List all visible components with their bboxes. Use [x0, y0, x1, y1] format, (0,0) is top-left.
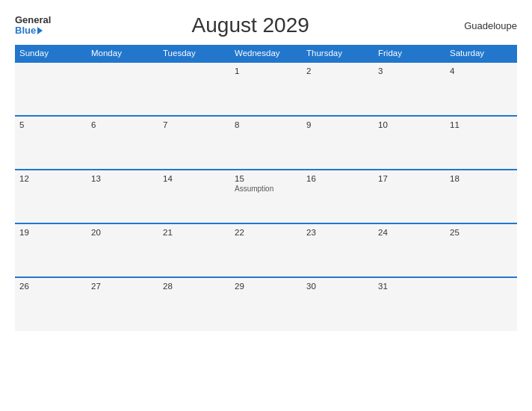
day-cell: 15Assumption [230, 170, 302, 223]
day-cell: 14 [158, 170, 230, 223]
logo-triangle-icon [37, 27, 43, 34]
day-cell: 2 [302, 62, 374, 116]
day-cell: 7 [158, 116, 230, 170]
col-friday: Friday [374, 45, 445, 62]
calendar-page: General Blue August 2029 Guadeloupe Sund… [0, 0, 532, 411]
day-cell: 9 [302, 116, 374, 170]
region-label: Guadeloupe [450, 20, 517, 31]
day-number: 24 [378, 228, 441, 237]
day-number: 4 [450, 67, 513, 75]
day-cell: 22 [230, 223, 302, 277]
col-monday: Monday [87, 45, 158, 62]
day-number: 19 [19, 228, 82, 237]
day-number: 11 [450, 120, 513, 129]
day-cell: 6 [87, 116, 158, 170]
day-number: 22 [235, 228, 297, 237]
day-cell: 19 [15, 223, 87, 277]
col-saturday: Saturday [445, 45, 517, 62]
page-title: August 2029 [51, 13, 450, 37]
day-number: 10 [378, 120, 441, 129]
day-cell: 25 [445, 223, 517, 277]
week-row-2: 567891011 [15, 116, 517, 170]
day-number: 8 [235, 120, 297, 129]
day-cell: 13 [87, 170, 158, 223]
day-number: 16 [306, 174, 369, 183]
day-cell: 18 [445, 170, 517, 223]
day-cell [87, 62, 158, 116]
day-cell: 1 [230, 62, 302, 116]
day-number: 26 [19, 282, 82, 291]
day-cell: 28 [158, 277, 230, 331]
day-cell: 20 [87, 223, 158, 277]
logo-general-text: General [15, 15, 51, 25]
day-cell: 21 [158, 223, 230, 277]
day-number: 28 [163, 282, 226, 291]
logo: General Blue [15, 15, 51, 37]
col-wednesday: Wednesday [230, 45, 302, 62]
day-cell: 3 [374, 62, 445, 116]
header: General Blue August 2029 Guadeloupe [15, 13, 517, 37]
week-row-1: 1234 [15, 62, 517, 116]
day-cell [445, 277, 517, 331]
day-number: 31 [378, 282, 441, 291]
day-cell: 4 [445, 62, 517, 116]
day-number: 14 [163, 174, 226, 183]
day-number: 23 [306, 228, 369, 237]
calendar-body: 123456789101112131415Assumption161718192… [15, 62, 517, 331]
day-number: 13 [91, 174, 154, 183]
day-cell: 12 [15, 170, 87, 223]
day-number: 20 [91, 228, 154, 237]
day-cell [158, 62, 230, 116]
day-number: 12 [19, 174, 82, 183]
calendar-header: Sunday Monday Tuesday Wednesday Thursday… [15, 45, 517, 62]
logo-blue-text: Blue [15, 25, 43, 36]
day-number: 5 [19, 120, 82, 129]
day-number: 2 [306, 67, 369, 75]
day-number: 29 [235, 282, 297, 291]
day-cell: 8 [230, 116, 302, 170]
calendar-table: Sunday Monday Tuesday Wednesday Thursday… [15, 45, 517, 331]
col-tuesday: Tuesday [158, 45, 230, 62]
week-row-4: 19202122232425 [15, 223, 517, 277]
day-number: 3 [378, 67, 441, 75]
day-number: 15 [235, 174, 297, 183]
day-cell: 11 [445, 116, 517, 170]
day-cell: 5 [15, 116, 87, 170]
week-row-3: 12131415Assumption161718 [15, 170, 517, 223]
day-number: 25 [450, 228, 513, 237]
day-cell: 26 [15, 277, 87, 331]
day-number: 30 [306, 282, 369, 291]
day-number: 9 [306, 120, 369, 129]
day-number: 27 [91, 282, 154, 291]
day-cell: 16 [302, 170, 374, 223]
day-event: Assumption [235, 185, 297, 193]
day-cell: 29 [230, 277, 302, 331]
day-cell: 31 [374, 277, 445, 331]
day-cell [15, 62, 87, 116]
day-number: 1 [235, 67, 297, 75]
day-cell: 24 [374, 223, 445, 277]
day-number: 18 [450, 174, 513, 183]
day-cell: 23 [302, 223, 374, 277]
day-cell: 17 [374, 170, 445, 223]
day-number: 17 [378, 174, 441, 183]
day-number: 7 [163, 120, 226, 129]
day-cell: 27 [87, 277, 158, 331]
day-number: 6 [91, 120, 154, 129]
day-cell: 10 [374, 116, 445, 170]
col-sunday: Sunday [15, 45, 87, 62]
day-cell: 30 [302, 277, 374, 331]
col-thursday: Thursday [302, 45, 374, 62]
week-row-5: 262728293031 [15, 277, 517, 331]
days-of-week-row: Sunday Monday Tuesday Wednesday Thursday… [15, 45, 517, 62]
day-number: 21 [163, 228, 226, 237]
